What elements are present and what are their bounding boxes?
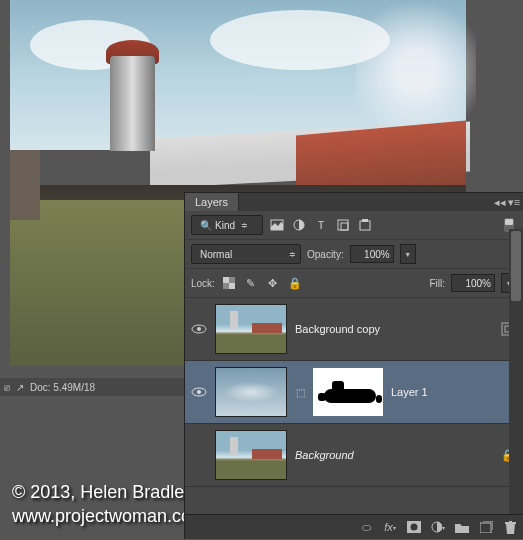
svg-rect-21 <box>480 523 491 533</box>
fill-input[interactable]: 100% <box>451 274 495 292</box>
blend-mode-dropdown[interactable]: Normal≑ <box>191 244 301 264</box>
visibility-toggle[interactable] <box>191 447 207 463</box>
group-icon[interactable] <box>455 520 469 534</box>
svg-rect-3 <box>341 223 348 230</box>
blend-row: Normal≑ Opacity: 100% ▼ <box>185 240 523 269</box>
lock-row: Lock: ✎ ✥ 🔒 Fill: 100% ▼ <box>185 269 523 298</box>
filter-kind-dropdown[interactable]: 🔍Kind≑ <box>191 215 263 235</box>
filter-adjust-icon[interactable] <box>291 217 307 233</box>
link-layers-icon[interactable]: ⬭ <box>359 520 373 534</box>
opacity-dropdown-arrow[interactable]: ▼ <box>400 244 416 264</box>
share-icon[interactable]: ↗ <box>16 382 24 393</box>
svg-point-19 <box>411 524 418 531</box>
svg-rect-8 <box>223 277 229 283</box>
lock-all-icon[interactable]: 🔒 <box>287 275 303 291</box>
svg-rect-11 <box>223 283 229 289</box>
export-icon[interactable]: ⎚ <box>4 382 10 393</box>
svg-rect-5 <box>362 219 368 222</box>
visibility-toggle[interactable] <box>191 321 207 337</box>
copyright-line2: www.projectwoman.com <box>12 505 206 528</box>
fill-label: Fill: <box>429 278 445 289</box>
layer-mask-thumbnail[interactable] <box>313 368 383 416</box>
svg-rect-4 <box>360 221 370 230</box>
svg-point-17 <box>197 390 201 394</box>
svg-point-13 <box>197 327 201 331</box>
lock-position-icon[interactable]: ✥ <box>265 275 281 291</box>
layer-thumbnail[interactable] <box>215 304 287 354</box>
mask-link-icon[interactable]: ⬚ <box>295 387 305 398</box>
layer-thumbnail[interactable] <box>215 430 287 480</box>
lock-transparency-icon[interactable] <box>221 275 237 291</box>
filter-row: 🔍Kind≑ T <box>185 211 523 240</box>
panel-header: Layers ◂◂ ▾≡ <box>185 193 523 211</box>
adjustment-layer-icon[interactable]: ▾ <box>431 520 445 534</box>
filter-type-icon[interactable]: T <box>313 217 329 233</box>
layer-row[interactable]: Background copy <box>185 298 523 361</box>
layer-style-icon[interactable]: fx▾ <box>383 520 397 534</box>
opacity-label: Opacity: <box>307 249 344 260</box>
filter-smart-icon[interactable] <box>357 217 373 233</box>
svg-rect-2 <box>338 220 348 230</box>
copyright-line1: © 2013, Helen Bradley <box>12 481 206 504</box>
lock-pixels-icon[interactable]: ✎ <box>243 275 259 291</box>
layer-name[interactable]: Background copy <box>295 323 493 335</box>
layers-tab[interactable]: Layers <box>185 193 239 211</box>
delete-layer-icon[interactable] <box>503 520 517 534</box>
layer-row[interactable]: Background 🔒 <box>185 424 523 487</box>
panel-footer: ⬭ fx▾ ▾ <box>185 514 523 539</box>
panel-menu-icon[interactable]: ▾≡ <box>507 196 521 209</box>
layer-name[interactable]: Background <box>295 449 493 461</box>
layer-thumbnail[interactable] <box>215 367 287 417</box>
add-mask-icon[interactable] <box>407 520 421 534</box>
layer-row[interactable]: ⬚ Layer 1 <box>185 361 523 424</box>
svg-rect-7 <box>505 219 513 225</box>
status-bar: ⎚ ↗ Doc: 5.49M/18 <box>0 378 188 396</box>
new-layer-icon[interactable] <box>479 520 493 534</box>
copyright: © 2013, Helen Bradley www.projectwoman.c… <box>12 481 206 528</box>
lock-label: Lock: <box>191 278 215 289</box>
filter-pixel-icon[interactable] <box>269 217 285 233</box>
svg-rect-10 <box>229 277 235 283</box>
svg-rect-9 <box>229 283 235 289</box>
opacity-input[interactable]: 100% <box>350 245 394 263</box>
visibility-toggle[interactable] <box>191 384 207 400</box>
layer-name[interactable]: Layer 1 <box>391 386 517 398</box>
layers-list: Background copy ⬚ Layer 1 Background <box>185 298 523 506</box>
layers-scrollbar[interactable] <box>509 229 523 515</box>
panel-collapse-icon[interactable]: ◂◂ <box>493 196 507 209</box>
doc-info: Doc: 5.49M/18 <box>30 382 95 393</box>
layers-panel: Layers ◂◂ ▾≡ 🔍Kind≑ T Normal≑ Opacity: 1… <box>184 192 523 539</box>
filter-shape-icon[interactable] <box>335 217 351 233</box>
